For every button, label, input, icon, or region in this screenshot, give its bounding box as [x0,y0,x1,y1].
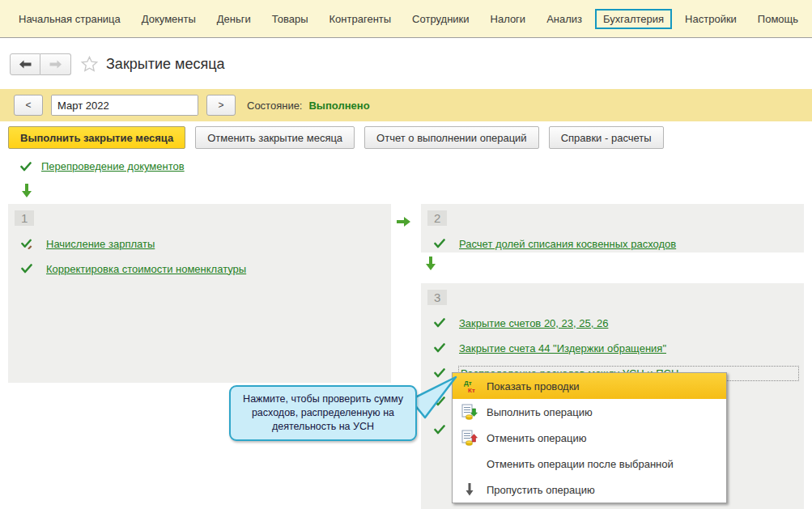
month-closing-window: Начальная страница Документы Деньги Това… [0,0,812,509]
stage-number-badge: 3 [427,290,447,305]
context-menu-label: Отменить операцию [487,432,586,444]
menu-item-goods[interactable]: Товары [261,9,319,29]
toolbar: Выполнить закрытие месяца Отменить закры… [8,126,664,149]
check-icon [434,425,446,435]
context-menu-label: Показать проводки [487,380,580,392]
run-month-closing-button[interactable]: Выполнить закрытие месяца [8,126,185,149]
close-account-44-link[interactable]: Закрытие счета 44 "Издержки обращения" [459,342,666,354]
calculation-references-button[interactable]: Справки - расчеты [549,126,664,149]
operation-row: Корректировка стоимости номенклатуры [21,261,391,276]
dt-kt-icon: Дт Кт [461,378,478,394]
hint-callout: Нажмите, чтобы проверить сумму расходов,… [229,385,417,441]
favorite-star-icon[interactable] [81,56,98,72]
page-title: Закрытие месяца [106,56,224,73]
payroll-accrual-link[interactable]: Начисление зарплаты [46,238,155,250]
context-menu-item-skip-operation[interactable]: Пропустить операцию [453,477,726,503]
menu-item-employees[interactable]: Сотрудники [402,9,479,29]
forward-button[interactable] [40,53,71,75]
back-arrow-icon [19,60,32,69]
operations-report-button[interactable]: Отчет о выполнении операций [364,126,539,149]
check-icon [21,264,33,274]
back-button[interactable] [10,53,40,75]
indirect-costs-share-link[interactable]: Расчет долей списания косвенных расходов [459,238,676,250]
operation-context-menu: Дт Кт Показать проводки Выполнить операц… [452,372,727,503]
menu-item-taxes[interactable]: Налоги [480,9,537,29]
flow-right-arrow-icon [397,217,410,227]
flow-down-arrow-icon [426,257,436,270]
check-icon [434,318,446,328]
check-edited-icon [21,239,33,249]
check-icon [434,343,446,353]
operation-row: Закрытие счетов 20, 23, 25, 26 [434,316,804,330]
item-cost-adjustment-link[interactable]: Корректировка стоимости номенклатуры [46,263,246,275]
context-menu-item-show-postings[interactable]: Дт Кт Показать проводки [453,373,726,399]
period-input[interactable] [52,95,198,115]
hint-text: Нажмите, чтобы проверить сумму расходов,… [229,385,417,441]
cancel-month-closing-button[interactable]: Отменить закрытие месяца [195,126,355,149]
title-bar: Закрытие месяца [0,39,812,89]
period-state-bar: < ... > Состояние: Выполнено [0,89,812,121]
stage-2-panel: 2 Расчет долей списания косвенных расход… [421,204,804,252]
svg-text:Кт: Кт [468,387,475,394]
cancel-operation-icon [461,430,478,446]
stage-number-badge: 2 [427,210,447,226]
menu-item-settings[interactable]: Настройки [674,9,747,29]
operation-row: Начисление зарплаты [21,236,391,251]
stage-1-panel: 1 Начисление зарплаты Корректировка стои… [8,204,391,383]
menu-item-analysis[interactable]: Анализ [536,9,593,29]
menu-item-money[interactable]: Деньги [206,9,261,29]
perform-operation-icon [461,404,478,420]
top-menu-bar: Начальная страница Документы Деньги Това… [0,0,812,38]
period-field: ... [51,95,198,116]
context-menu-label: Пропустить операцию [487,484,595,496]
next-period-button[interactable]: > [206,95,236,116]
menu-item-accounting[interactable]: Бухгалтерия [595,9,672,29]
previous-period-button[interactable]: < [14,95,43,116]
state-label: Состояние: [247,100,302,112]
context-menu-item-cancel-after-selected[interactable]: Отменить операции после выбранной [453,451,726,477]
context-menu-item-perform-operation[interactable]: Выполнить операцию [453,399,726,425]
stage-number-badge: 1 [15,210,34,226]
menu-item-home[interactable]: Начальная страница [8,9,131,29]
context-menu-label: Отменить операции после выбранной [487,458,674,470]
state-value: Выполнено [308,100,369,112]
close-accounts-20-23-25-26-link[interactable]: Закрытие счетов 20, 23, 25, 26 [459,317,608,329]
repost-documents-link[interactable]: Перепроведение документов [41,160,185,172]
menu-item-counterparties[interactable]: Контрагенты [319,9,402,29]
context-menu-label: Выполнить операцию [487,406,593,418]
forward-arrow-icon [49,60,62,69]
svg-text:Дт: Дт [464,380,472,387]
check-icon [434,239,446,248]
context-menu-item-cancel-operation[interactable]: Отменить операцию [453,425,726,451]
operation-row: Закрытие счета 44 "Издержки обращения" [434,341,804,355]
operation-row: Расчет долей списания косвенных расходов [434,236,804,251]
flow-down-arrow-icon [22,184,32,197]
menu-item-documents[interactable]: Документы [131,9,206,29]
check-icon [20,162,32,172]
skip-down-arrow-icon [461,483,478,496]
menu-item-help[interactable]: Помощь [747,9,809,29]
repost-documents-row: Перепроведение документов [20,160,185,172]
